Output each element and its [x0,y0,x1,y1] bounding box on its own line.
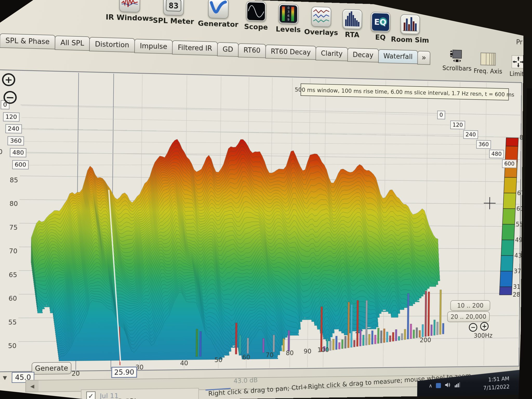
time-axis-tick-left: 360 [8,136,24,145]
toolbar-item-label: Room Sim [386,35,434,44]
freq-axis-button[interactable]: Freq. Axis [471,52,505,75]
floor-dropdown-icon[interactable]: ▼ [0,373,10,382]
partial-text-top-right: Pr [516,38,523,46]
time-axis-tick-left: 480 [10,148,26,157]
zoom-in-button[interactable]: + [2,73,15,86]
measurement-checkbox[interactable]: ✓ [86,391,96,399]
colorbar-tick: 61 [516,205,524,212]
partial-db-spl-label: dB SPL [113,397,138,399]
time-axis-tick-right: 360 [476,140,491,149]
db-axis-tick: 60 [0,295,17,302]
db-axis-tick-partial: 90 [0,148,3,156]
toolbar-item-ir-windows[interactable]: IR Windows [104,0,155,23]
cursor-level-readout: 43.0 dB [234,376,258,385]
toolbar-item-room-sim[interactable]: Room Sim [386,14,434,44]
measurement-row[interactable]: ✓ Jul 11 [81,388,199,399]
svg-text:6: 6 [287,14,289,18]
colorbar-tick: 28 [513,291,520,298]
colorbar-tick: 67 [517,190,524,197]
levels-icon[interactable]: 0369 [278,4,298,24]
svg-text:0: 0 [288,6,290,10]
time-axis-tick-right: 0 [437,111,445,119]
scope-icon[interactable] [246,1,267,22]
colorbar-tick: 49 [515,236,523,243]
colorbar-tick: 43 [514,252,522,259]
scroll-left-icon[interactable]: ◀ [26,381,39,392]
tab-gd[interactable]: GD [217,42,238,57]
view-control-label: Scrollbars [440,64,474,72]
generate-button[interactable]: Generate [31,362,71,375]
db-axis-tick: 85 [2,176,18,184]
svg-text:3: 3 [288,10,290,14]
time-axis-tick-right: 480 [489,150,504,158]
limits-button[interactable]: Limits [501,55,524,78]
room-sim-icon[interactable] [400,14,420,35]
volume-icon[interactable] [444,382,451,389]
svg-text:83: 83 [169,1,178,10]
tab-filtered-ir[interactable]: Filtered IR [172,40,218,56]
colorbar-tick: 55 [516,221,523,228]
toolbar-item-label: SPL Meter [148,16,198,25]
freq-axis-tick: 70 [259,351,280,359]
db-axis-tick: 75 [1,224,18,231]
rew-app-window: IR Windows83SPL MeterGeneratorScope0369L… [0,0,524,399]
network-icon[interactable] [454,382,460,389]
freq-axis-tick: 50 [208,356,229,364]
tray-caret-icon[interactable]: ∧ [429,383,432,389]
range-zoom-out-button[interactable]: − [469,323,477,332]
time-axis-tick-left: 240 [5,124,22,134]
tab-clarity[interactable]: Clarity [316,46,348,61]
colorbar-tick: 31 [513,283,521,290]
ir-windows-icon[interactable] [119,0,140,13]
zoom-out-button[interactable]: − [3,91,17,104]
view-control-label: Freq. Axis [471,67,505,75]
limits-icon [501,55,524,70]
db-axis-tick: 70 [1,247,17,255]
taskbar-clock[interactable]: 1:51 AM 7/11/2022 [483,375,510,392]
scrollbars-button[interactable]: Scrollbars [440,49,474,72]
tab-spl-phase[interactable]: SPL & Phase [0,33,55,49]
tab-rt60-decay[interactable]: RT60 Decay [265,44,316,60]
freq-axis-tick: 40 [174,360,195,367]
tab-waterfall[interactable]: Waterfall [378,49,418,64]
cursor-frequency-readout[interactable]: 25.90 [111,367,137,378]
time-axis-tick-left: 600 [12,160,29,169]
scrollbars-icon [440,49,475,64]
db-axis-tick: 50 [0,342,17,350]
db-axis-tick: 55 [0,318,17,326]
clock-date: 7/11/2022 [483,383,510,392]
freq-axis-tick: 60 [236,354,257,361]
svg-text:EQ: EQ [374,17,387,27]
tab-all-spl[interactable]: All SPL [55,35,90,51]
time-axis-tick-right: 600 [502,159,517,168]
tray-app-icon[interactable] [436,383,441,388]
spl-meter-icon[interactable]: 83 [163,0,184,16]
freq-range-full-button[interactable]: 20 .. 20,000 [447,311,490,322]
system-tray: ∧ [429,382,460,390]
colorbar-tick: 88 [520,134,524,141]
tab-impulse[interactable]: Impulse [134,39,173,54]
freq-axis-icon [471,52,506,67]
tab-distortion[interactable]: Distortion [89,37,135,52]
freq-range-10-200-button[interactable]: 10 .. 200 [450,300,490,311]
tab-rt60[interactable]: RT60 [238,43,266,58]
freq-axis-tick: 100 [313,346,334,354]
freq-axis-tick: 90 [297,348,318,355]
generator-icon[interactable] [208,0,229,19]
db-axis-tick: 65 [1,271,17,279]
tab-overflow-icon[interactable]: » [417,51,430,65]
db-axis-tick: 80 [1,200,18,208]
freq-axis-end-label: 300Hz [474,332,493,339]
freq-axis-tick: 80 [280,349,300,357]
time-axis-tick-right: 240 [463,130,478,139]
toolbar-item-spl-meter[interactable]: 83SPL Meter [148,0,199,26]
colorbar-tick: 37 [514,268,521,275]
tab-decay[interactable]: Decay [347,48,379,63]
view-control-label: Limits [501,70,524,78]
range-zoom-in-button[interactable]: + [480,322,488,330]
waterfall-settings-readout: 500 ms window, 100 ms rise time, 6.00 ms… [301,83,509,101]
time-axis-tick-right: 120 [450,121,465,129]
freq-axis-tick: 200 [415,337,435,344]
svg-text:9: 9 [287,18,289,22]
toolbar-item-label: IR Windows [104,13,155,23]
